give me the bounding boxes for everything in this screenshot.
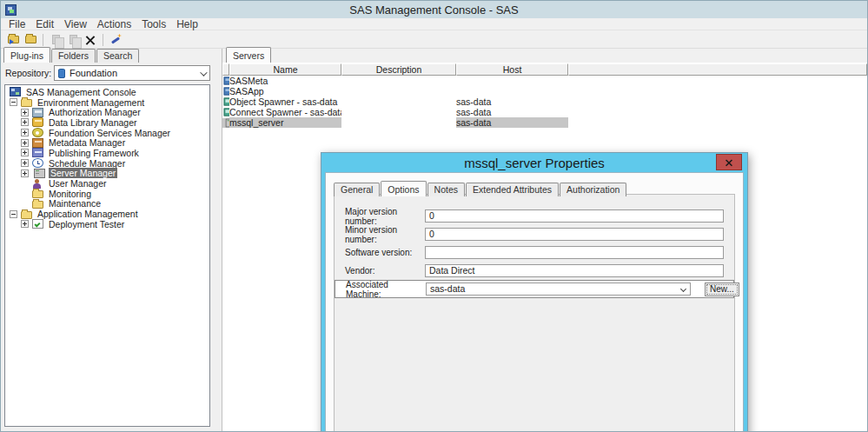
dialog-body: GeneralOptionsNotesExtended AttributesAu…: [325, 172, 744, 432]
close-button[interactable]: [716, 154, 742, 170]
form-row: Vendor: Data Direct: [335, 262, 734, 280]
new-folder-glyph: [8, 36, 19, 43]
tree-item[interactable]: User Manager: [5, 178, 209, 189]
tree-item[interactable]: Maintenance: [5, 199, 209, 209]
column-header-icon[interactable]: [222, 63, 229, 76]
menu-item[interactable]: File: [3, 18, 30, 30]
tree-item-icon: [32, 190, 43, 198]
tree-item-label: Authorization Manager: [47, 107, 142, 117]
paste-icon[interactable]: [64, 32, 82, 47]
tree-item[interactable]: Environment Management: [5, 97, 209, 108]
tree-item-icon: [21, 99, 32, 107]
tree-expander-icon[interactable]: [21, 169, 29, 177]
tree-item[interactable]: Deployment Tester: [5, 219, 209, 229]
servers-table-header: Name Description Host: [222, 63, 867, 76]
tree-expander-icon[interactable]: [21, 109, 29, 116]
tree-expander-icon[interactable]: [21, 159, 29, 167]
tree-item-icon: [32, 201, 43, 209]
server-type-icon: [224, 77, 229, 85]
tree-expander-icon[interactable]: [21, 220, 29, 228]
server-icon-cell: [222, 118, 229, 128]
dialog-tab[interactable]: Notes: [427, 183, 465, 196]
table-row[interactable]: SASMeta: [222, 76, 867, 86]
dialog-tab[interactable]: Options: [381, 181, 426, 196]
dialog-tab[interactable]: Extended Attributes: [466, 183, 559, 196]
field-input[interactable]: 0: [425, 228, 724, 241]
column-header-name[interactable]: Name: [229, 63, 341, 76]
open-icon[interactable]: [22, 32, 39, 47]
dialog-tab[interactable]: General: [334, 183, 380, 196]
field-label: Software version:: [345, 248, 425, 257]
field-input[interactable]: 0: [425, 209, 724, 223]
repository-row: Repository: Foundation: [1, 63, 215, 83]
tree-item[interactable]: Server Manager: [5, 169, 209, 179]
tree-item-icon: [32, 108, 43, 117]
table-row[interactable]: mssql_server sas-data: [222, 117, 867, 128]
left-panel-tab[interactable]: Search: [96, 49, 139, 63]
tree-item-label: SAS Management Console: [24, 87, 138, 97]
tree-item[interactable]: Application Management: [5, 209, 209, 219]
delete-x-glyph: [85, 35, 96, 45]
delete-icon[interactable]: [82, 32, 99, 47]
left-tabstrip: Plug-insFoldersSearch: [1, 49, 215, 63]
tree-item-label: Environment Management: [36, 97, 146, 108]
window-titlebar: SAS Management Console - SAS: [1, 1, 867, 18]
window-title: SAS Management Console - SAS: [1, 3, 867, 17]
menu-item[interactable]: Actions: [92, 18, 136, 30]
field-input[interactable]: [425, 246, 724, 259]
tree-expander-icon[interactable]: [10, 210, 17, 218]
server-host-cell: sas-data: [456, 96, 568, 107]
menu-item[interactable]: Edit: [30, 18, 59, 30]
menu-item[interactable]: View: [59, 18, 92, 30]
tree-item-icon: [10, 87, 21, 96]
tree-item[interactable]: Foundation Services Manager: [5, 128, 209, 138]
tree-expander-icon[interactable]: [21, 149, 29, 156]
close-x-icon: [726, 158, 733, 166]
repository-combobox[interactable]: Foundation: [54, 65, 210, 81]
copy-icon[interactable]: [47, 32, 64, 47]
tree-expander-icon[interactable]: [21, 118, 29, 126]
server-name-cell: Object Spawner - sas-data: [229, 96, 341, 107]
servers-table-body: SASMeta SASApp Object Spawner - sas-data…: [222, 76, 867, 128]
new-button[interactable]: New...: [705, 282, 739, 296]
tree-item[interactable]: Monitoring: [5, 189, 209, 199]
tree-expander-icon[interactable]: [10, 98, 17, 106]
left-panel-tab[interactable]: Plug-ins: [3, 47, 50, 63]
dialog-tab[interactable]: Authorization: [560, 183, 626, 196]
tree-expander-icon[interactable]: [21, 129, 29, 136]
toolbar: [1, 31, 867, 49]
menu-item[interactable]: Help: [171, 18, 203, 30]
new-metadata-icon[interactable]: [4, 32, 22, 47]
tree-item[interactable]: Schedule Manager: [5, 158, 209, 169]
column-header-description[interactable]: Description: [341, 63, 456, 76]
repository-label: Repository:: [5, 68, 54, 78]
copy-glyph: [52, 35, 60, 44]
tree-item-label: Server Manager: [49, 168, 117, 178]
options-wizard-icon[interactable]: [107, 32, 124, 47]
menu-item[interactable]: Tools: [136, 18, 171, 30]
left-panel-tab[interactable]: Folders: [51, 49, 96, 63]
tab-servers[interactable]: Servers: [226, 47, 271, 63]
tree-item[interactable]: Metadata Manager: [5, 137, 209, 148]
repository-icon: [58, 69, 65, 78]
tree-item[interactable]: Publishing Framework: [5, 148, 209, 158]
tree-item[interactable]: Authorization Manager: [5, 107, 209, 117]
column-header-filler: [568, 63, 867, 76]
tree-item[interactable]: SAS Management Console: [5, 87, 209, 97]
tree-expander-icon[interactable]: [21, 139, 29, 147]
server-name-cell: SASMeta: [229, 76, 341, 86]
plugins-tree: SAS Management Console Environment Manag…: [4, 84, 210, 427]
tree-item-icon: [32, 179, 43, 189]
table-row[interactable]: Connect Spawner - sas-data sas-data: [222, 107, 867, 117]
tree-item-icon: [32, 148, 43, 157]
sas-management-console-window: { "window": { "title": "SAS Management C…: [0, 0, 868, 432]
tree-item[interactable]: Data Library Manager: [5, 117, 209, 128]
field-input[interactable]: Data Direct: [425, 264, 724, 277]
dialog-titlebar[interactable]: mssql_server Properties: [325, 153, 744, 172]
table-row[interactable]: Object Spawner - sas-data sas-data: [222, 96, 867, 107]
column-header-host[interactable]: Host: [456, 63, 568, 76]
table-row[interactable]: SASApp: [222, 86, 867, 96]
tree-item-icon: [32, 128, 43, 137]
field-label: Associated Machine:: [346, 280, 426, 299]
field-input[interactable]: sas-data: [426, 282, 691, 296]
